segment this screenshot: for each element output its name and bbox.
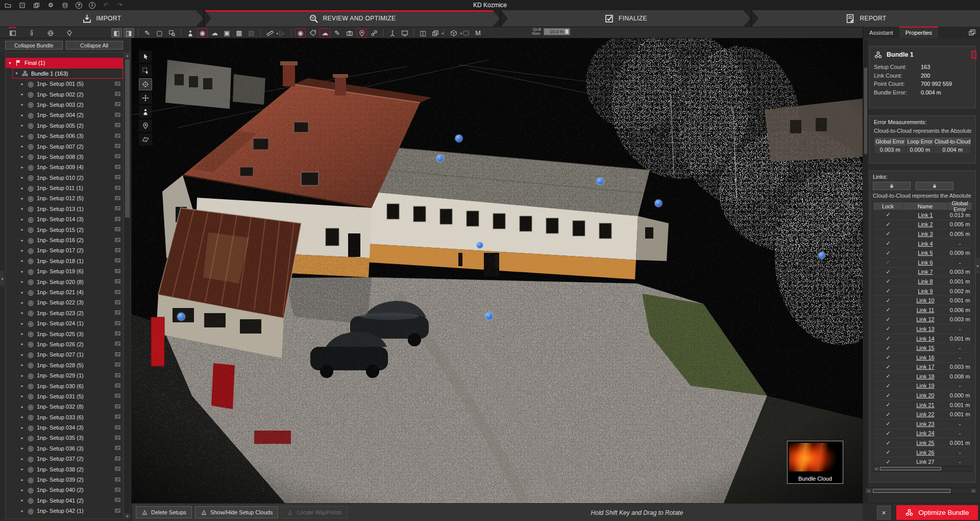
tree-item-setup[interactable]: ▸ ◎ 1np- Setup 010 (2) <box>6 173 123 183</box>
pano-image-icon[interactable] <box>114 487 121 493</box>
expand-caret[interactable]: ▸ <box>20 331 24 336</box>
lock-checkmark[interactable]: ✓ <box>873 392 903 399</box>
lock-checkmark[interactable]: ✓ <box>873 383 903 389</box>
expand-caret[interactable]: ▸ <box>20 196 24 201</box>
tree-item-setup[interactable]: ▸ ◎ 1np- Setup 001 (5) <box>6 79 123 89</box>
tree-item-setup[interactable]: ▸ ◎ 1np- Setup 015 (2) <box>6 224 123 234</box>
tree-item-setup[interactable]: ▸ ◎ 1np- Setup 019 (6) <box>6 266 123 276</box>
geo-tab[interactable] <box>45 28 56 38</box>
attachments-tab[interactable] <box>26 28 37 38</box>
expand-caret[interactable]: ▸ <box>20 509 24 513</box>
tree-item-setup[interactable]: ▸ ◎ 1np- Setup 006 (3) <box>6 131 123 141</box>
link-row[interactable]: ✓ Link 27 - <box>873 457 972 464</box>
lock-checkmark[interactable]: ✓ <box>873 420 903 427</box>
tree-item-setup[interactable]: ▸ ◎ 1np- Setup 036 (3) <box>6 443 123 454</box>
link-name[interactable]: Link 4 <box>903 241 948 247</box>
pano-image-icon[interactable] <box>114 466 121 472</box>
bottom-action-button[interactable]: Delete Setups <box>136 506 192 518</box>
pano-image-icon[interactable] <box>114 362 121 368</box>
tree-item-setup[interactable]: ▸ ◎ 1np- Setup 039 (2) <box>6 475 123 485</box>
link-row[interactable]: ✓ Link 26 - <box>873 448 972 458</box>
lock-checkmark[interactable]: ✓ <box>873 297 903 304</box>
pano-image-icon[interactable] <box>114 278 121 285</box>
expand-caret[interactable]: ▸ <box>20 290 24 295</box>
lock-checkmark[interactable]: ✓ <box>873 401 903 408</box>
link-row[interactable]: ✓ Link 5 0.009 m <box>873 248 972 258</box>
expand-caret[interactable]: ▸ <box>20 321 24 326</box>
link-row[interactable]: ✓ Link 24 - <box>873 429 972 439</box>
tab-properties[interactable]: Properties <box>899 27 938 38</box>
expand-caret[interactable]: ▸ <box>20 363 24 367</box>
snap-tag[interactable] <box>307 28 318 38</box>
lock-checkmark[interactable]: ✓ <box>873 354 903 361</box>
expand-caret[interactable]: ▸ <box>20 154 24 159</box>
tree-item-setup[interactable]: ▸ ◎ 1np- Setup 007 (2) <box>6 141 123 151</box>
link-name[interactable]: Link 17 <box>903 364 948 370</box>
markup-pencil[interactable]: ✎ <box>142 28 153 38</box>
lock-checkmark[interactable]: ✓ <box>873 306 903 313</box>
lock-checkmark[interactable]: ✓ <box>873 269 903 275</box>
link-row[interactable]: ✓ Link 3 0.005 m <box>873 229 972 239</box>
bottom-action-button[interactable]: Show/Hide Setup Clouds <box>195 506 278 518</box>
box-select-tool[interactable] <box>139 64 152 77</box>
expand-caret[interactable]: ▸ <box>20 279 24 284</box>
link-name[interactable]: Link 12 <box>903 316 948 322</box>
tree-item-setup[interactable]: ▸ ◎ 1np- Setup 040 (2) <box>6 485 123 495</box>
link-name[interactable]: Link 7 <box>903 269 948 275</box>
link-name[interactable]: Link 3 <box>903 231 948 237</box>
expand-caret[interactable]: ▸ <box>20 175 24 180</box>
pano-image-icon[interactable] <box>114 205 121 212</box>
tree-item-setup[interactable]: ▸ ◎ 1np- Setup 032 (8) <box>6 401 123 412</box>
workflow-tab-report[interactable]: REPORT <box>752 10 980 27</box>
setup-positions[interactable] <box>185 28 195 38</box>
link-row[interactable]: ✓ Link 8 0.001 m <box>873 277 972 287</box>
expand-caret[interactable]: ▸ <box>20 488 24 492</box>
expand-caret[interactable]: ▸ <box>20 311 24 315</box>
expand-caret[interactable]: ▸ <box>20 123 24 128</box>
link-row[interactable]: ✓ Link 11 0.006 m <box>873 305 972 315</box>
expand-caret[interactable]: ▸ <box>20 269 24 274</box>
slider-handle[interactable] <box>565 29 569 34</box>
expand-caret[interactable]: ▸ <box>20 92 24 97</box>
snap-link[interactable] <box>369 28 379 38</box>
panel-left-toggle[interactable]: ◧ <box>111 28 122 38</box>
expand-caret[interactable]: ▸ <box>20 425 24 430</box>
expand-caret[interactable]: ▸ <box>20 217 24 222</box>
expand-caret[interactable]: ▸ <box>20 446 24 451</box>
tree-item-setup[interactable]: ▸ ◎ 1np- Setup 018 (1) <box>6 256 123 266</box>
playback-tool[interactable]: ▷ <box>277 28 287 38</box>
pano-image-icon[interactable] <box>114 226 121 233</box>
link-name[interactable]: Link 23 <box>903 421 948 427</box>
link-row[interactable]: ✓ Link 20 0.000 m <box>873 391 972 400</box>
link-row[interactable]: ✓ Link 16 - <box>873 353 972 363</box>
snap-target[interactable]: ◉ <box>295 28 306 38</box>
scroll-thumb[interactable] <box>864 67 867 154</box>
link-row[interactable]: ✓ Link 17 0.003 m <box>873 363 972 372</box>
tree-item-setup[interactable]: ▸ ◎ 1np- Setup 021 (4) <box>6 287 123 297</box>
workflow-tab-finalize[interactable]: FINALIZE <box>501 10 750 27</box>
lock-checkmark[interactable]: ✓ <box>873 230 903 237</box>
lock-checkmark[interactable]: ✓ <box>873 364 903 370</box>
flip-view[interactable]: ▢ <box>154 28 165 38</box>
scroll-up-arrow[interactable]: ▴ <box>125 53 130 58</box>
pano-image-icon[interactable] <box>114 153 121 160</box>
pano-image-icon[interactable] <box>114 174 121 181</box>
link-name[interactable]: Link 25 <box>903 440 948 446</box>
panel-right-toggle[interactable]: ◨ <box>124 28 134 38</box>
pano-image-icon[interactable] <box>114 143 121 150</box>
walkthrough-tool[interactable] <box>139 106 152 118</box>
tree-item-setup[interactable]: ▸ ◎ 1np- Setup 028 (5) <box>6 360 123 370</box>
lock-checkmark[interactable]: ✓ <box>873 221 903 228</box>
tree-item-setup[interactable]: ▸ ◎ 1np- Setup 014 (3) <box>6 214 123 224</box>
link-name[interactable]: Link 5 <box>903 250 948 256</box>
expand-caret[interactable]: ▸ <box>20 300 24 305</box>
bottom-action-button[interactable]: Locate WayPoints <box>281 506 347 518</box>
sidebar-scrollbar[interactable]: ▴ ▾ <box>125 53 130 519</box>
lock-checkmark[interactable]: ✓ <box>873 411 903 418</box>
pano-image-icon[interactable] <box>114 216 121 223</box>
lock-checkmark[interactable]: ✓ <box>873 316 903 323</box>
snap-waypoint[interactable] <box>356 28 367 38</box>
pano-image-icon[interactable] <box>114 477 121 483</box>
link-row[interactable]: ✓ Link 14 0.001 m <box>873 334 972 344</box>
expand-caret[interactable]: ▸ <box>20 352 24 357</box>
